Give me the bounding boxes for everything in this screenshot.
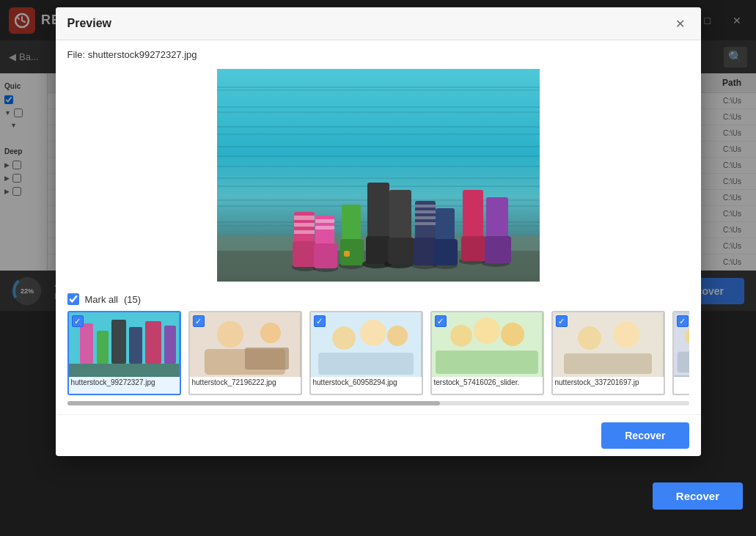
svg-rect-62	[245, 348, 289, 370]
svg-rect-52	[80, 323, 93, 364]
mark-all-row: Mark all (15)	[67, 293, 689, 305]
svg-rect-57	[164, 326, 176, 364]
thumbnail-4[interactable]: ✓ terstock_57416026_slider.	[430, 311, 544, 395]
thumb-label-4: terstock_57416026_slider.	[432, 377, 543, 388]
dialog-close-button[interactable]: ✕	[672, 15, 689, 32]
thumb-label-2: hutterstock_72196222.jpg	[190, 377, 301, 388]
svg-rect-51	[69, 364, 179, 377]
thumbnail-scrollbar[interactable]	[67, 401, 441, 405]
thumbnail-6[interactable]: ✓	[672, 311, 689, 395]
preview-image	[217, 69, 540, 282]
thumb-image-2	[190, 312, 301, 377]
recover-floating-button[interactable]: Recover	[653, 482, 743, 510]
thumb-image-5	[553, 312, 664, 377]
thumb-label-3: hutterstock_60958294.jpg	[311, 377, 422, 388]
thumbnail-5[interactable]: ✓ nutterstock_337201697.jp	[551, 311, 665, 395]
thumb-checkbox-2[interactable]: ✓	[193, 315, 205, 327]
thumb-label-5: nutterstock_337201697.jp	[553, 377, 664, 388]
svg-rect-53	[97, 331, 109, 364]
svg-rect-23	[315, 226, 334, 230]
thumb-checkbox-1[interactable]: ✓	[72, 315, 84, 327]
thumbnail-3[interactable]: ✓ hutterstock_60958294.jpg	[309, 311, 423, 395]
thumb-image-3	[311, 312, 422, 377]
svg-point-69	[450, 325, 472, 347]
svg-rect-27	[344, 251, 350, 257]
svg-rect-38	[415, 210, 436, 213]
dialog-body: File: shutterstock99272327.jpg	[56, 40, 701, 414]
svg-rect-37	[415, 205, 436, 208]
svg-point-71	[501, 323, 524, 346]
svg-rect-55	[129, 327, 142, 364]
mark-all-count: (15)	[124, 294, 141, 305]
mark-all-label: Mark all	[85, 294, 119, 305]
svg-rect-72	[436, 350, 538, 374]
dialog-filename: File: shutterstock99272327.jpg	[67, 49, 689, 60]
svg-rect-67	[318, 353, 414, 375]
svg-rect-76	[564, 353, 652, 374]
thumb-label-1: hutterstock_99272327.jpg	[69, 377, 180, 388]
thumbnail-strip: ✓ hutterstock_99272327	[67, 311, 689, 395]
svg-rect-22	[315, 219, 334, 223]
svg-point-65	[360, 320, 386, 346]
dialog-overlay: Preview ✕ File: shutterstock99272327.jpg	[0, 0, 756, 536]
mark-all-checkbox[interactable]	[67, 293, 79, 305]
svg-rect-49	[485, 236, 511, 263]
svg-point-70	[474, 317, 500, 344]
thumb-image-1	[69, 312, 180, 377]
svg-rect-40	[415, 222, 436, 225]
preview-dialog: Preview ✕ File: shutterstock99272327.jpg	[56, 7, 701, 456]
dialog-title: Preview	[67, 17, 111, 30]
svg-point-74	[578, 326, 601, 350]
dialog-footer: Recover	[56, 414, 701, 456]
thumb-checkbox-6[interactable]: ✓	[677, 315, 689, 327]
svg-rect-17	[294, 223, 315, 227]
svg-rect-46	[461, 236, 486, 261]
svg-point-64	[332, 326, 356, 350]
thumbnail-1[interactable]: ✓ hutterstock_99272327	[67, 311, 181, 395]
svg-rect-33	[388, 238, 414, 264]
svg-rect-80	[677, 352, 689, 373]
recover-dialog-button[interactable]: Recover	[601, 422, 689, 449]
thumbnail-2[interactable]: ✓ hutterstock_72196222.jpg	[188, 311, 302, 395]
svg-point-59	[217, 321, 243, 348]
svg-point-75	[613, 321, 639, 348]
thumb-checkbox-4[interactable]: ✓	[435, 315, 447, 327]
svg-rect-43	[434, 239, 458, 265]
svg-rect-16	[294, 216, 315, 220]
thumb-image-4	[432, 312, 543, 377]
svg-point-66	[387, 326, 408, 346]
svg-rect-26	[340, 239, 364, 265]
svg-rect-21	[314, 243, 337, 268]
svg-rect-54	[111, 320, 126, 364]
svg-rect-15	[293, 241, 318, 267]
svg-rect-18	[294, 230, 315, 234]
svg-point-61	[260, 323, 281, 343]
thumb-checkbox-5[interactable]: ✓	[556, 315, 568, 327]
svg-rect-56	[145, 321, 161, 364]
svg-rect-39	[415, 216, 436, 219]
dialog-header: Preview ✕	[56, 7, 701, 40]
thumb-checkbox-3[interactable]: ✓	[314, 315, 326, 327]
